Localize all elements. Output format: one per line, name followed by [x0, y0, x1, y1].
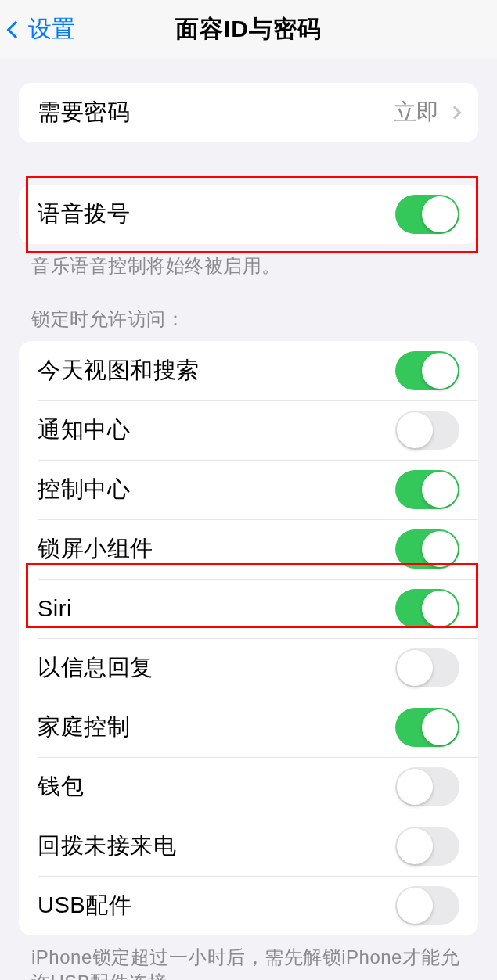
require-passcode-row[interactable]: 需要密码 立即 [19, 83, 478, 142]
lock-access-toggle[interactable] [395, 767, 459, 806]
lock-access-row: 家庭控制 [19, 698, 478, 757]
lock-access-toggle[interactable] [395, 351, 459, 390]
lock-access-label: 回拨未接来电 [38, 831, 176, 862]
lock-access-toggle[interactable] [395, 529, 459, 569]
voice-dial-toggle[interactable] [395, 195, 459, 234]
toggle-knob [422, 353, 458, 389]
back-label: 设置 [28, 13, 75, 45]
lock-access-row: 今天视图和搜索 [19, 341, 478, 400]
lock-access-toggle[interactable] [395, 411, 459, 450]
lock-access-toggle[interactable] [395, 886, 459, 925]
page-title: 面容ID与密码 [175, 13, 322, 45]
lock-access-toggle[interactable] [395, 589, 459, 628]
lock-access-toggle[interactable] [395, 470, 459, 509]
voice-dial-footer: 音乐语音控制将始终被启用。 [31, 253, 466, 278]
toggle-knob [422, 709, 458, 745]
toggle-knob [397, 828, 433, 864]
lock-access-row: Siri [19, 579, 478, 638]
toggle-knob [422, 196, 458, 232]
lock-access-header: 锁定时允许访问： [31, 307, 466, 332]
lock-access-row: 锁屏小组件 [19, 519, 478, 579]
lock-access-label: 以信息回复 [38, 652, 153, 684]
lock-access-row: 回拨未接来电 [19, 817, 478, 876]
navigation-bar: 设置 面容ID与密码 [0, 0, 497, 59]
toggle-knob [422, 472, 458, 508]
lock-access-row: 钱包 [19, 757, 478, 817]
lock-access-label: 锁屏小组件 [38, 533, 153, 565]
lock-access-label: 钱包 [38, 771, 84, 802]
lock-access-footer: iPhone锁定超过一小时后，需先解锁iPhone才能允许USB配件连接。 [31, 945, 466, 980]
lock-access-label: USB配件 [38, 890, 131, 921]
toggle-knob [397, 650, 433, 686]
lock-access-toggle[interactable] [395, 827, 459, 866]
lock-access-row: 控制中心 [19, 460, 478, 519]
lock-access-row: 以信息回复 [19, 638, 478, 698]
passcode-group: 需要密码 立即 [19, 83, 478, 142]
voice-dial-group: 语音拨号 [19, 185, 478, 244]
lock-access-label: 控制中心 [38, 474, 130, 505]
back-button[interactable]: 设置 [0, 13, 75, 45]
voice-dial-label: 语音拨号 [38, 199, 130, 230]
chevron-right-icon [448, 106, 462, 120]
lock-access-group: 今天视图和搜索通知中心控制中心锁屏小组件Siri以信息回复家庭控制钱包回拨未接来… [19, 341, 478, 935]
toggle-knob [422, 591, 458, 626]
lock-access-label: 家庭控制 [38, 712, 130, 743]
require-passcode-label: 需要密码 [38, 97, 130, 128]
chevron-left-icon [7, 20, 25, 38]
lock-access-label: 今天视图和搜索 [38, 355, 200, 386]
lock-access-label: Siri [38, 596, 72, 622]
lock-access-row: USB配件 [19, 876, 478, 935]
lock-access-toggle[interactable] [395, 708, 459, 747]
toggle-knob [397, 769, 433, 805]
toggle-knob [397, 888, 433, 924]
toggle-knob [422, 531, 458, 567]
lock-access-row: 通知中心 [19, 400, 478, 460]
voice-dial-row: 语音拨号 [19, 185, 478, 244]
lock-access-toggle[interactable] [395, 648, 459, 687]
lock-access-label: 通知中心 [38, 415, 130, 446]
require-passcode-value: 立即 [394, 97, 459, 128]
toggle-knob [397, 412, 433, 448]
